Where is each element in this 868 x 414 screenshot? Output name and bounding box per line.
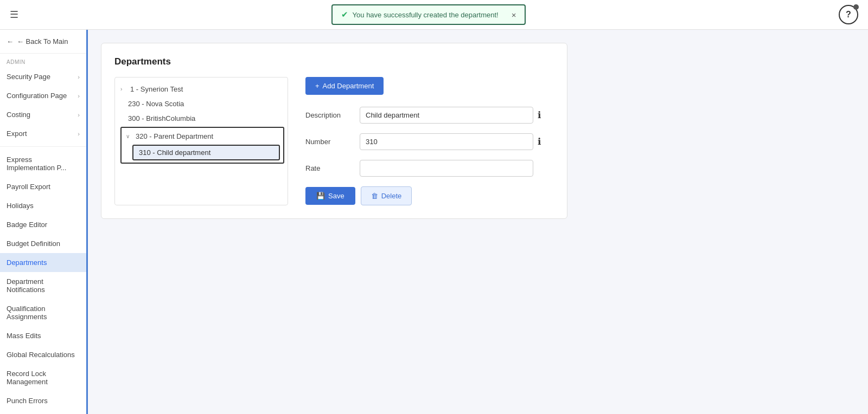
tree-item-synerion[interactable]: › 1 - Synerion Test [115,82,288,96]
sidebar-item-record-lock[interactable]: Record Lock Management [0,364,86,391]
add-dept-label: Add Department [323,82,374,90]
sidebar-item-security[interactable]: Security Page › [0,67,86,86]
main-layout: ← ← Back To Main ADMIN Security Page › C… [0,30,868,414]
tree-label-parent-dept: 320 - Parent Department [136,132,213,140]
sidebar-costing-label: Costing [7,111,30,119]
number-row: Number ℹ [305,133,554,150]
sidebar: ← ← Back To Main ADMIN Security Page › C… [0,30,88,414]
form-button-row: 💾 Save 🗑 Delete [305,186,554,205]
description-input[interactable] [360,107,533,124]
check-icon: ✔ [341,10,348,20]
departments-layout: › 1 - Synerion Test 230 - Nova Scotia 30… [114,77,554,205]
number-info-icon[interactable]: ℹ [538,136,541,147]
tree-item-british-columbia[interactable]: 300 - BritishColumbia [115,111,288,126]
sidebar-item-departments[interactable]: Departments [0,253,86,272]
tree-collapse-icon: ∨ [126,133,133,139]
sidebar-item-payroll-export[interactable]: Payroll Export [0,177,86,196]
tree-label-child-dept: 310 - Child department [139,148,210,157]
chevron-right-icon: › [78,131,80,137]
tree-label-british-columbia: 300 - BritishColumbia [128,114,195,122]
sidebar-item-dept-notifications[interactable]: Department Notifications [0,272,86,299]
tree-expand-icon: › [120,86,128,92]
chevron-right-icon: › [78,93,80,99]
admin-section-label: ADMIN [0,54,86,67]
parent-dept-box: ∨ 320 - Parent Department 310 - Child de… [120,127,284,164]
back-arrow-icon: ← [7,37,14,46]
tree-item-child-dept[interactable]: 310 - Child department [132,145,280,160]
sidebar-configuration-label: Configuration Page [7,92,67,100]
rate-label: Rate [305,164,360,172]
add-department-button[interactable]: + Add Department [305,77,384,95]
sidebar-item-budget-definition[interactable]: Budget Definition [0,234,86,253]
chevron-right-icon: › [78,74,80,80]
rate-row: Rate [305,160,554,177]
save-label: Save [328,192,344,200]
page-title: Departments [114,56,554,67]
notification-close-button[interactable]: × [512,10,516,20]
departments-tree: › 1 - Synerion Test 230 - Nova Scotia 30… [114,77,288,205]
tree-item-nova-scotia[interactable]: 230 - Nova Scotia [115,96,288,111]
content-area: Departments › 1 - Synerion Test 230 - No… [88,30,868,414]
help-icon[interactable]: ? [839,5,858,24]
hamburger-menu-icon[interactable]: ☰ [10,9,18,21]
sidebar-item-mass-edits[interactable]: Mass Edits [0,326,86,345]
sidebar-item-configuration[interactable]: Configuration Page › [0,86,86,105]
sidebar-divider [0,146,86,147]
tree-label-nova-scotia: 230 - Nova Scotia [128,100,184,108]
tree-item-parent-dept[interactable]: ∨ 320 - Parent Department [122,129,283,144]
sidebar-item-punch-errors[interactable]: Punch Errors [0,391,86,410]
delete-icon: 🗑 [371,192,378,200]
description-row: Description ℹ [305,107,554,124]
help-label: ? [846,10,851,20]
sidebar-security-label: Security Page [7,73,50,81]
sidebar-item-badge-editor[interactable]: Badge Editor [0,215,86,234]
sidebar-export-label: Export [7,130,27,138]
departments-card: Departments › 1 - Synerion Test 230 - No… [101,43,567,219]
notification-message: You have successfully created the depart… [353,11,499,19]
save-button[interactable]: 💾 Save [305,187,355,205]
tree-label-synerion: 1 - Synerion Test [130,85,183,93]
number-label: Number [305,138,360,146]
topbar-center: ✔ You have successfully created the depa… [18,4,839,25]
topbar: ☰ ✔ You have successfully created the de… [0,0,868,30]
chevron-right-icon: › [78,112,80,118]
back-to-main-label: ← Back To Main [17,37,68,46]
rate-input[interactable] [360,160,533,177]
sidebar-item-export[interactable]: Export › [0,124,86,143]
delete-button[interactable]: 🗑 Delete [361,186,412,205]
description-label: Description [305,111,360,119]
sidebar-item-qual-assignments[interactable]: Qualification Assignments [0,299,86,326]
topbar-left: ☰ [10,9,18,21]
number-input[interactable] [360,133,533,150]
add-dept-plus-icon: + [315,82,320,90]
sidebar-item-holidays[interactable]: Holidays [0,196,86,215]
topbar-right: ? [839,5,858,24]
back-to-main-button[interactable]: ← ← Back To Main [0,30,86,54]
departments-form: + Add Department Description ℹ Number ℹ [305,77,554,205]
sidebar-item-global-recalc[interactable]: Global Recalculations [0,345,86,364]
save-icon: 💾 [316,192,325,200]
description-info-icon[interactable]: ℹ [538,109,541,121]
sidebar-item-express[interactable]: Express Implementation P... [0,150,86,177]
sidebar-item-costing[interactable]: Costing › [0,105,86,124]
notification-banner: ✔ You have successfully created the depa… [331,4,526,25]
delete-label: Delete [381,192,402,200]
